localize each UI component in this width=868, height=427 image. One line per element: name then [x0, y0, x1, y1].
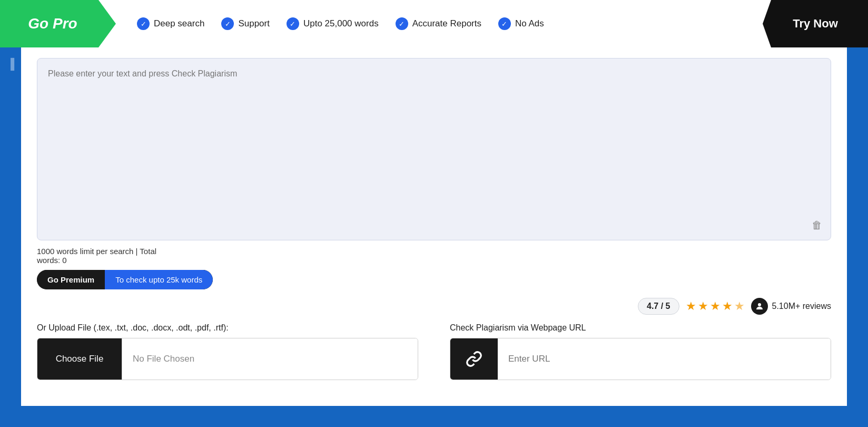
url-section: Check Plagiarism via Webpage URL	[450, 323, 831, 380]
plagiarism-text-input[interactable]	[48, 69, 820, 227]
feature-support: ✓ Support	[221, 17, 270, 30]
star-rating: ★ ★ ★ ★ ★	[686, 299, 745, 313]
url-input-wrapper	[450, 338, 831, 380]
svg-point-0	[758, 303, 761, 306]
go-premium-dark-label: Go Premium	[37, 270, 105, 289]
url-label: Check Plagiarism via Webpage URL	[450, 323, 831, 333]
feature-reports: ✓ Accurate Reports	[396, 17, 481, 30]
word-limit-text: 1000 words limit per search | Total	[37, 247, 831, 256]
star-5-half: ★	[734, 299, 745, 313]
avatar-icon	[751, 298, 768, 315]
go-pro-label[interactable]: Go Pro	[0, 0, 116, 47]
choose-file-button[interactable]: Choose File	[37, 338, 122, 380]
go-premium-button[interactable]: Go Premium To check upto 25k words	[37, 270, 213, 289]
check-circle-icon: ✓	[221, 17, 234, 30]
check-circle-icon: ✓	[137, 17, 150, 30]
upload-label: Or Upload File (.tex, .txt, .doc, .docx,…	[37, 323, 418, 333]
feature-deep-search: ✓ Deep search	[137, 17, 204, 30]
star-4: ★	[722, 299, 733, 313]
url-icon-button[interactable]	[450, 338, 498, 380]
rating-badge: 4.7 / 5	[638, 298, 679, 315]
star-1: ★	[686, 299, 696, 313]
left-sidebar: ▐	[0, 47, 21, 427]
go-premium-blue-label: To check upto 25k words	[105, 270, 213, 289]
upload-section: Or Upload File (.tex, .txt, .doc, .docx,…	[37, 323, 418, 380]
file-name-display: No File Chosen	[122, 338, 418, 380]
check-circle-icon: ✓	[396, 17, 408, 30]
banner-features: ✓ Deep search ✓ Support ✓ Upto 25,000 wo…	[116, 0, 763, 47]
star-3: ★	[710, 299, 721, 313]
word-count-section: 1000 words limit per search | Total word…	[37, 247, 831, 265]
try-now-button[interactable]: Try Now	[763, 0, 868, 47]
file-input-wrapper: Choose File No File Chosen	[37, 338, 418, 380]
link-icon	[466, 351, 482, 367]
rating-section: 4.7 / 5 ★ ★ ★ ★ ★ 5.10M+ reviews	[37, 298, 831, 315]
reviews-count: 5.10M+ reviews	[751, 298, 832, 315]
star-2: ★	[698, 299, 708, 313]
reviews-text: 5.10M+ reviews	[772, 302, 832, 311]
bottom-section: Or Upload File (.tex, .txt, .doc, .docx,…	[37, 323, 831, 380]
word-count-value: words: 0	[37, 256, 831, 265]
url-input-field[interactable]	[498, 338, 831, 380]
trash-icon[interactable]: 🗑	[812, 219, 822, 231]
check-circle-icon: ✓	[287, 17, 299, 30]
feature-words: ✓ Upto 25,000 words	[287, 17, 379, 30]
check-circle-icon: ✓	[498, 17, 511, 30]
text-area-wrapper: 🗑	[37, 58, 831, 240]
bar-chart-icon: ▐	[7, 58, 14, 70]
feature-no-ads: ✓ No Ads	[498, 17, 544, 30]
banner: Go Pro ✓ Deep search ✓ Support ✓ Upto 25…	[0, 0, 868, 47]
main-content: 🗑 1000 words limit per search | Total wo…	[21, 47, 847, 406]
